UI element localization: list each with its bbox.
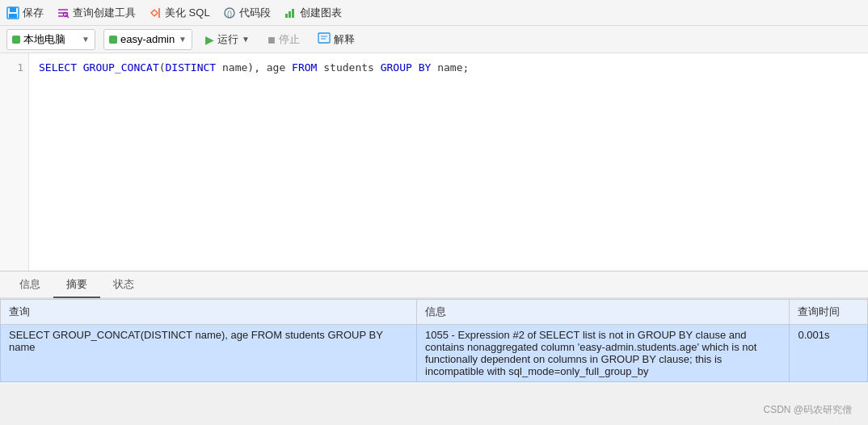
tab-summary[interactable]: 摘要 <box>53 272 100 298</box>
database-dropdown[interactable]: easy-admin ▼ <box>103 29 192 50</box>
svg-rect-11 <box>289 11 291 18</box>
run-dropdown-arrow-icon: ▼ <box>242 35 250 44</box>
editor-area: 1 SELECT GROUP_CONCAT(DISTINCT name), ag… <box>0 53 868 271</box>
keyword-select: SELECT <box>39 61 77 74</box>
explain-icon <box>318 32 331 47</box>
result-time-cell: 0.001s <box>790 325 868 382</box>
line-numbers: 1 <box>0 53 29 271</box>
dropdown-arrow-icon: ▼ <box>82 35 90 44</box>
result-info-cell: 1055 - Expression #2 of SELECT list is n… <box>417 325 790 382</box>
play-icon: ▶ <box>205 33 214 46</box>
svg-rect-10 <box>285 14 288 18</box>
query-tool-icon <box>57 6 70 19</box>
result-query-cell: SELECT GROUP_CONCAT(DISTINCT name), age … <box>1 325 417 382</box>
chart-icon <box>284 6 297 19</box>
code-segment-button[interactable]: () 代码段 <box>223 6 271 20</box>
tab-info[interactable]: 信息 <box>6 272 53 298</box>
table-row: SELECT GROUP_CONCAT(DISTINCT name), age … <box>1 325 868 382</box>
field-name-2: name <box>437 61 462 74</box>
query-tool-label: 查询创建工具 <box>73 6 136 20</box>
local-computer-dropdown[interactable]: 本地电脑 ▼ <box>6 29 95 50</box>
run-label: 运行 <box>217 32 238 47</box>
sql-editor[interactable]: SELECT GROUP_CONCAT(DISTINCT name), age … <box>29 53 868 271</box>
tabs-bar: 信息 摘要 状态 <box>0 271 868 299</box>
svg-rect-2 <box>9 14 17 18</box>
run-button[interactable]: ▶ 运行 ▼ <box>200 31 255 48</box>
toolbar-top: 保存 查询创建工具 美化 SQL () <box>0 0 868 26</box>
create-chart-button[interactable]: 创建图表 <box>284 6 342 20</box>
local-computer-label: 本地电脑 <box>23 32 65 47</box>
table-students: students <box>323 61 380 74</box>
stop-icon: ◼ <box>268 34 276 45</box>
query-tool-button[interactable]: 查询创建工具 <box>57 6 136 20</box>
results-area: 查询 信息 查询时间 SELECT GROUP_CONCAT(DISTINCT … <box>0 299 868 382</box>
explain-label: 解释 <box>334 32 355 47</box>
database-status-dot <box>109 36 117 44</box>
keyword-from: FROM <box>292 61 317 74</box>
function-group-concat: GROUP_CONCAT <box>83 61 159 74</box>
save-button[interactable]: 保存 <box>6 6 44 20</box>
column-header-info: 信息 <box>417 300 790 325</box>
watermark: CSDN @码农研究僧 <box>763 403 852 417</box>
results-body: SELECT GROUP_CONCAT(DISTINCT name), age … <box>1 325 868 382</box>
toolbar-second: 本地电脑 ▼ easy-admin ▼ ▶ 运行 ▼ ◼ 停止 解释 <box>0 26 868 53</box>
column-header-time: 查询时间 <box>790 300 868 325</box>
stop-label: 停止 <box>279 32 300 47</box>
save-icon <box>6 6 19 19</box>
tab-status[interactable]: 状态 <box>100 272 147 298</box>
beautify-sql-button[interactable]: 美化 SQL <box>149 6 210 20</box>
code-segment-label: 代码段 <box>239 6 271 20</box>
save-label: 保存 <box>23 6 44 20</box>
results-header: 查询 信息 查询时间 <box>1 300 868 325</box>
field-age: age <box>267 61 292 74</box>
svg-rect-13 <box>318 33 330 43</box>
explain-button[interactable]: 解释 <box>313 30 360 48</box>
beautify-icon <box>149 6 162 19</box>
column-header-query: 查询 <box>1 300 417 325</box>
keyword-distinct: DISTINCT <box>166 61 217 74</box>
results-table: 查询 信息 查询时间 SELECT GROUP_CONCAT(DISTINCT … <box>0 299 868 382</box>
field-name: name <box>222 61 247 74</box>
svg-rect-1 <box>10 7 16 12</box>
code-icon: () <box>223 6 236 19</box>
database-label: easy-admin <box>120 33 175 45</box>
line-number-1: 1 <box>5 60 23 76</box>
stop-button[interactable]: ◼ 停止 <box>263 31 305 48</box>
keyword-group-by: GROUP BY <box>381 61 432 74</box>
svg-rect-12 <box>292 9 294 18</box>
create-chart-label: 创建图表 <box>300 6 342 20</box>
connection-status-dot <box>12 36 20 44</box>
beautify-sql-label: 美化 SQL <box>165 6 210 20</box>
database-dropdown-arrow-icon: ▼ <box>179 35 187 44</box>
svg-text:(): () <box>227 10 232 18</box>
